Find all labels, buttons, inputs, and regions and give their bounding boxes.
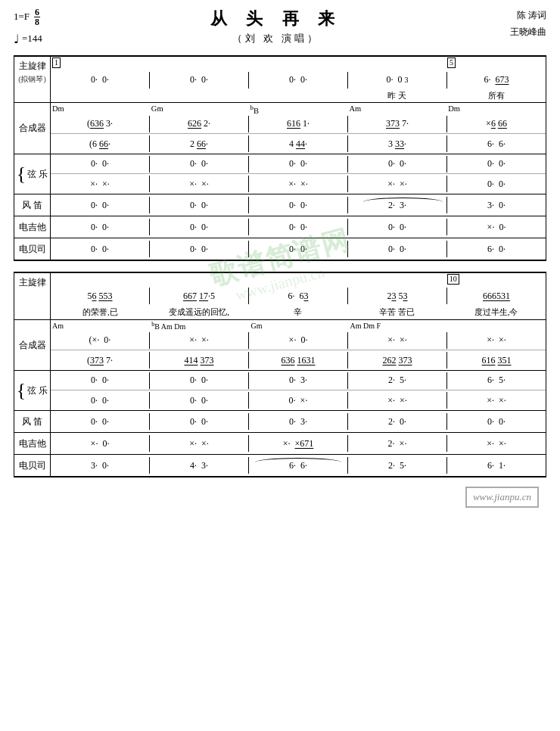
title-block: 从 头 再 来 （刘 欢 演唱） <box>42 8 510 45</box>
synth-label-2: 合成器 <box>14 320 51 370</box>
strings-lower-2: 0· 0· 0· 0· 0· ×· ×· ×· ×· ×· <box>51 390 546 410</box>
bass-content-2: 3· 0· 4· 3· 6· 6· 2· 5· 6· 1· <box>51 455 546 476</box>
credits: 陈 涛词 王晓峰曲 <box>510 8 546 40</box>
measure-numbers-2: 10 <box>51 273 546 285</box>
guitar-content-1: 0· 0· 0· 0· 0· 0· 0· 0· ×· 0· <box>51 216 546 238</box>
synth-content-2: Am bB Am Dm Gm Am Dm F (×· 0· ×· ×· ×· 0… <box>51 320 546 370</box>
strings-row-2: { 弦 乐 0· 0· 0· 0· 0· 3· 2· 5· 6· 5· 0· 0… <box>14 371 546 411</box>
section-1: 主旋律 (拟钢琴) 1 5 0· 0· <box>14 55 546 262</box>
bass-content-1: 0· 0· 0· 0· 0· 0· 0· 0· 6· 0· <box>51 238 546 260</box>
melody-row-2: 主旋律 10 5 6 <box>14 273 546 320</box>
tempo-note-symbol: ♩ <box>14 30 20 49</box>
guitar-label-2: 电吉他 <box>14 433 51 454</box>
melody-label-2: 主旋律 <box>14 273 51 319</box>
melody-lyrics-1: 昨 天 所有 <box>51 90 546 102</box>
flute-row-2: 风 笛 0· 0· 0· 0· 0· 3· 2· 0· 0· 0· <box>14 411 546 433</box>
flute-label-2: 风 笛 <box>14 411 51 432</box>
flute-content-1: 0· 0· 0· 0· 0· 0· 2· 3· 3· 0· <box>51 194 546 216</box>
flute-row-1: 风 笛 0· 0· 0· 0· 0· 0· 2· 3· 3· 0· <box>14 194 546 216</box>
guitar-row-1: 电吉他 0· 0· 0· 0· 0· 0· 0· 0· ×· 0· <box>14 216 546 238</box>
strings-upper-1: 0· 0· 0· 0· 0· 0· 0· 0· 0· 0· <box>51 154 546 174</box>
measure-numbers-1: 1 5 <box>51 57 546 70</box>
melody-notes-2: 5 6 553 667 17 ·5 6· 6 3 <box>51 285 546 306</box>
lyricist-credit: 陈 涛词 <box>510 8 546 24</box>
composer-credit: 王晓峰曲 <box>510 24 546 41</box>
synth-content-1: Dm Gm bB Am Dm ( 636 3· 626 2· <box>51 103 546 154</box>
synth-label-1: 合成器 <box>14 103 51 154</box>
section-gap <box>14 261 546 272</box>
song-title: 从 头 再 来 <box>42 8 510 30</box>
melody-label-1: 主旋律 (拟钢琴) <box>14 57 51 102</box>
synth-line2-1: (6 66 · 2 66 · 4 44 · 3 <box>51 134 546 154</box>
song-subtitle: （刘 欢 演唱） <box>42 32 510 45</box>
melody-lyrics-2: 的荣誉,已 变成遥远的回忆, 辛 辛苦 苦已 度过半生,今 <box>51 306 546 319</box>
bass-label-2: 电贝司 <box>14 455 51 476</box>
guitar-content-2: ×· 0· ×· ×· ×· ×671 2· ×· ×· ×· <box>51 433 546 454</box>
strings-lower-1: ×· ×· ×· ×· ×· ×· ×· ×· 0· 0· <box>51 174 546 194</box>
synth-row-2: 合成器 Am bB Am Dm Gm Am Dm F (×· 0· ×· ×· … <box>14 320 546 371</box>
key-label: 1=F <box>14 9 30 25</box>
melody-content-1: 1 5 0· 0· 0· 0· 0· 0· 0· 0 3 <box>51 57 546 102</box>
footer: www.jianpu.cn <box>14 487 546 508</box>
synth-line2-2: ( 373 7· 414 373 636 1631 <box>51 350 546 370</box>
footer-logo: www.jianpu.cn <box>465 487 539 508</box>
tempo-value: =144 <box>22 31 42 47</box>
melody-content-2: 10 5 6 553 667 17 ·5 <box>51 273 546 319</box>
strings-label-2: { 弦 乐 <box>14 371 51 410</box>
synth-chords-2: Am bB Am Dm Gm Am Dm F <box>51 320 546 331</box>
synth-line1-2: (×· 0· ×· ×· ×· 0· ×· ×· ×· ×· <box>51 331 546 350</box>
strings-content-1: 0· 0· 0· 0· 0· 0· 0· 0· 0· 0· ×· ×· ×· ×… <box>51 154 546 194</box>
flute-content-2: 0· 0· 0· 0· 0· 3· 2· 0· 0· 0· <box>51 411 546 432</box>
guitar-row-2: 电吉他 ×· 0· ×· ×· ×· ×671 2· ×· ×· ×· <box>14 433 546 455</box>
guitar-label-1: 电吉他 <box>14 216 51 238</box>
strings-label-1: { 弦 乐 <box>14 154 51 194</box>
meter: 6 8 <box>34 8 40 26</box>
flute-label-1: 风 笛 <box>14 194 51 216</box>
section-2: 主旋律 10 5 6 <box>14 272 546 477</box>
melody-row-1: 主旋律 (拟钢琴) 1 5 0· 0· <box>14 57 546 103</box>
bass-row-1: 电贝司 0· 0· 0· 0· 0· 0· 0· 0· 6· 0· <box>14 238 546 261</box>
synth-chords-1: Dm Gm bB Am Dm <box>51 103 546 115</box>
synth-row-1: 合成器 Dm Gm bB Am Dm ( 636 3· <box>14 103 546 155</box>
strings-row-1: { 弦 乐 0· 0· 0· 0· 0· 0· 0· 0· 0· 0· ×· ×… <box>14 154 546 194</box>
melody-notes-1: 0· 0· 0· 0· 0· 0· 0· 0 3 6· 673 <box>51 70 546 90</box>
bass-label-1: 电贝司 <box>14 238 51 260</box>
strings-content-2: 0· 0· 0· 0· 0· 3· 2· 5· 6· 5· 0· 0· 0· 0… <box>51 371 546 410</box>
header: 1=F 6 8 ♩ =144 从 头 再 来 （刘 欢 演唱） 陈 涛词 王晓峰… <box>14 8 546 49</box>
strings-upper-2: 0· 0· 0· 0· 0· 3· 2· 5· 6· 5· <box>51 371 546 390</box>
synth-line1-1: ( 636 3· 626 2· 616 1· 373 7· <box>51 114 546 134</box>
bass-row-2: 电贝司 3· 0· 4· 3· 6· 6· 2· 5· 6· 1· <box>14 455 546 477</box>
key-info: 1=F 6 8 ♩ =144 <box>14 8 42 49</box>
